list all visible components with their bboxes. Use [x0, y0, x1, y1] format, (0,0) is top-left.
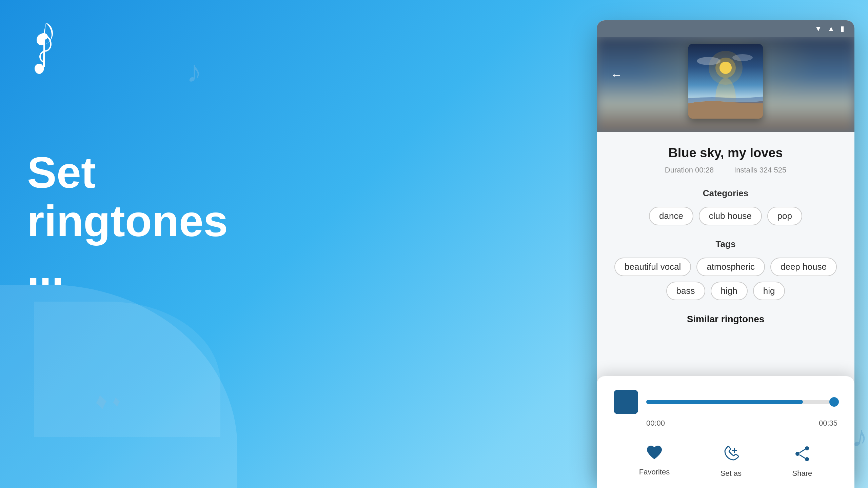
player-card: 00:00 00:35 Favorites Set as — [597, 376, 854, 488]
deco-notes-bottom: ♦ ♦ — [93, 384, 122, 415]
song-meta: Duration 00:28 Installs 324 525 — [610, 166, 841, 175]
wifi-icon: ▼ — [814, 24, 822, 33]
category-dance[interactable]: dance — [649, 207, 693, 225]
share-svg — [793, 445, 811, 463]
left-section: Set ringtones ... — [0, 0, 237, 488]
album-art — [688, 44, 763, 119]
song-duration: Duration 00:28 — [665, 166, 714, 175]
favorites-label: Favorites — [639, 468, 670, 476]
album-art-svg — [688, 44, 763, 119]
hero-line-1: Set — [27, 148, 228, 197]
signal-icon: ▲ — [827, 24, 835, 33]
app-logo — [27, 20, 61, 81]
tag-beautiful-vocal[interactable]: beautiful vocal — [614, 258, 691, 276]
song-title: Blue sky, my loves — [610, 146, 841, 160]
hero-line-2: ringtones ... — [27, 197, 228, 294]
progress-thumb[interactable] — [829, 397, 839, 407]
share-button[interactable]: Share — [792, 445, 812, 478]
svg-point-8 — [732, 54, 753, 61]
share-label: Share — [792, 469, 812, 478]
time-start: 00:00 — [646, 419, 665, 428]
category-pop[interactable]: pop — [767, 207, 802, 225]
treble-clef-icon — [27, 20, 61, 75]
tag-high[interactable]: high — [711, 282, 748, 300]
heart-svg — [646, 445, 663, 461]
svg-point-7 — [697, 57, 721, 65]
tag-bass[interactable]: bass — [666, 282, 705, 300]
progress-fill — [646, 400, 803, 404]
svg-line-18 — [800, 455, 805, 458]
favorites-button[interactable]: Favorites — [639, 445, 670, 478]
status-bar: ▼ ▲ ▮ — [597, 20, 854, 37]
heart-icon — [646, 445, 663, 465]
action-bar: Favorites Set as — [614, 438, 837, 478]
song-installs: Installs 324 525 — [734, 166, 786, 175]
tag-atmospheric[interactable]: atmospheric — [696, 258, 765, 276]
progress-bar[interactable] — [646, 400, 837, 404]
tags-title: Tags — [610, 239, 841, 249]
album-art-image — [688, 44, 763, 119]
svg-point-0 — [35, 65, 44, 72]
category-clubhouse[interactable]: club house — [699, 207, 762, 225]
phone-add-svg — [722, 445, 740, 463]
svg-point-16 — [795, 452, 800, 456]
tags-row: beautiful vocal atmospheric deep house b… — [610, 258, 841, 300]
set-as-button[interactable]: Set as — [721, 445, 742, 478]
play-button[interactable] — [614, 390, 638, 414]
svg-line-17 — [800, 449, 805, 453]
similar-ringtones-title: Similar ringtones — [610, 314, 841, 325]
categories-row: dance club house pop — [610, 207, 841, 225]
time-row: 00:00 00:35 — [614, 419, 837, 428]
svg-point-15 — [805, 457, 809, 461]
back-button[interactable]: ← — [607, 64, 626, 85]
hero-text: Set ringtones ... — [27, 148, 228, 294]
battery-icon: ▮ — [840, 24, 844, 33]
time-end: 00:35 — [819, 419, 837, 428]
share-icon — [793, 445, 811, 466]
svg-point-14 — [805, 446, 809, 450]
player-controls — [614, 390, 837, 414]
tag-hig[interactable]: hig — [753, 282, 785, 300]
set-as-label: Set as — [721, 469, 742, 478]
categories-title: Categories — [610, 188, 841, 199]
tag-deep-house[interactable]: deep house — [770, 258, 837, 276]
phone-add-icon — [722, 445, 740, 466]
